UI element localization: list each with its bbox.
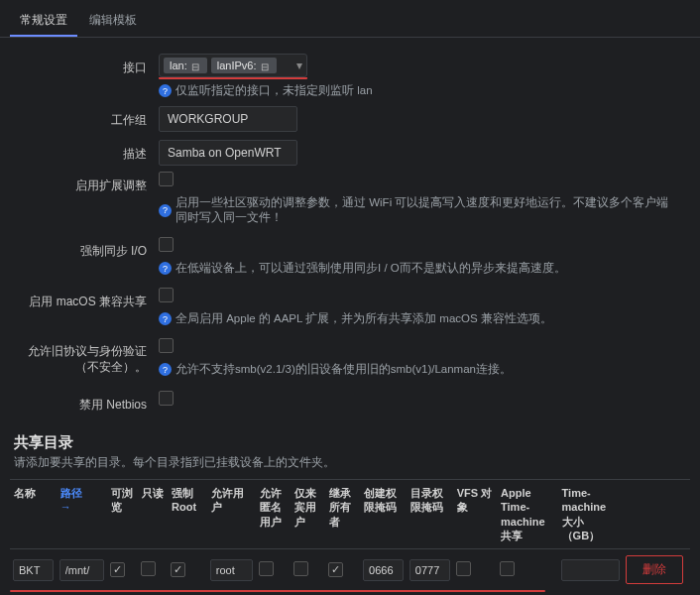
chevron-down-icon: ▾	[296, 59, 302, 72]
share-tmsize-input[interactable]	[561, 559, 620, 581]
legacy-hint: ? 允许不支持smb(v2.1/3)的旧设备使用旧的smb(v1)/Lanman…	[159, 362, 680, 377]
share-guest-checkbox[interactable]	[259, 561, 274, 576]
force-sync-label: 强制同步 I/O	[20, 237, 159, 260]
share-cmask-input[interactable]	[363, 559, 404, 581]
ext-tuning-checkbox[interactable]	[159, 172, 174, 186]
col-browse: 可浏览	[107, 480, 137, 549]
general-form: 接口 lan: lanIPv6: ▾ ? 仅监听指定的接口，未指定则监听 lan…	[0, 38, 700, 425]
row-highlight	[10, 590, 545, 592]
col-users: 允许用户	[207, 480, 256, 549]
share-guestonly-checkbox[interactable]	[293, 561, 308, 576]
col-inherit: 继承所有者	[325, 480, 360, 549]
remove-chip-icon[interactable]	[191, 60, 201, 70]
delete-share-button[interactable]: 删除	[626, 555, 683, 584]
col-dmask: 目录权限掩码	[407, 480, 453, 549]
share-ro-checkbox[interactable]	[141, 561, 156, 576]
col-tm-size: Time-machine 大小（GB）	[558, 480, 623, 549]
help-icon[interactable]: ?	[159, 312, 172, 325]
interface-chip-lan[interactable]: lan:	[164, 58, 207, 73]
interface-chip-lanipv6[interactable]: lanIPv6:	[211, 58, 277, 73]
help-icon[interactable]: ?	[159, 262, 172, 275]
share-name-input[interactable]	[13, 559, 54, 581]
ext-tuning-label: 启用扩展调整	[20, 172, 159, 194]
col-cmask: 创建权限掩码	[360, 480, 407, 549]
help-icon[interactable]: ?	[159, 204, 172, 217]
share-vfs-checkbox[interactable]	[456, 561, 471, 576]
col-ro: 只读	[138, 480, 168, 549]
netbios-label: 禁用 Netbios	[20, 391, 159, 414]
shares-sub: 请添加要共享的目录。每个目录指到已挂载设备上的文件夹。	[0, 454, 700, 479]
interface-label: 接口	[20, 54, 159, 76]
shares-table: 名称 路径→ 可浏览 只读 强制 Root 允许用户 允许匿名用户 仅来宾用户 …	[10, 479, 690, 590]
macos-checkbox[interactable]	[159, 288, 174, 302]
col-name: 名称	[10, 480, 57, 549]
col-guest-only: 仅来宾用户	[291, 480, 325, 549]
shares-heading: 共享目录	[0, 425, 700, 454]
share-users-input[interactable]	[210, 559, 253, 581]
remove-chip-icon[interactable]	[261, 60, 271, 70]
interface-hint: ? 仅监听指定的接口，未指定则监听 lan	[159, 83, 680, 98]
share-row: ✓ ✓ ✓ 删除	[10, 549, 690, 591]
col-timemachine: Apple Time-machine 共享	[497, 480, 558, 549]
col-force-root: 强制 Root	[168, 480, 207, 549]
macos-hint: ? 全局启用 Apple 的 AAPL 扩展，并为所有共享添加 macOS 兼容…	[159, 311, 680, 326]
legacy-checkbox[interactable]	[159, 338, 174, 353]
force-sync-hint: ? 在低端设备上，可以通过强制使用同步I / O而不是默认的异步来提高速度。	[159, 261, 680, 276]
description-label: 描述	[20, 140, 159, 163]
netbios-checkbox[interactable]	[159, 391, 174, 406]
col-vfs: VFS 对象	[453, 480, 497, 549]
force-sync-checkbox[interactable]	[159, 237, 174, 252]
col-guest: 允许匿名用户	[256, 480, 291, 549]
share-browse-checkbox[interactable]: ✓	[110, 562, 125, 577]
interface-select[interactable]: lan: lanIPv6: ▾	[159, 54, 307, 77]
share-dmask-input[interactable]	[409, 559, 450, 581]
workgroup-input[interactable]	[159, 106, 297, 132]
tab-bar: 常规设置 编辑模板	[0, 0, 700, 38]
macos-label: 启用 macOS 兼容共享	[20, 288, 159, 310]
ext-tuning-hint: ? 启用一些社区驱动的调整参数，通过 WiFi 可以提高写入速度和更好地运行。不…	[159, 195, 680, 225]
tab-edit-template[interactable]: 编辑模板	[79, 6, 147, 37]
tab-general[interactable]: 常规设置	[10, 6, 77, 37]
share-tm-checkbox[interactable]	[500, 561, 515, 576]
workgroup-label: 工作组	[20, 106, 159, 129]
help-icon[interactable]: ?	[159, 84, 172, 97]
share-froot-checkbox[interactable]: ✓	[171, 562, 185, 577]
share-path-input[interactable]	[59, 559, 104, 581]
legacy-label: 允许旧协议与身份验证（不安全）。	[20, 338, 159, 375]
share-inherit-checkbox[interactable]: ✓	[328, 562, 343, 577]
col-path[interactable]: 路径→	[57, 480, 107, 549]
description-input[interactable]	[159, 140, 297, 166]
help-icon[interactable]: ?	[159, 363, 172, 376]
